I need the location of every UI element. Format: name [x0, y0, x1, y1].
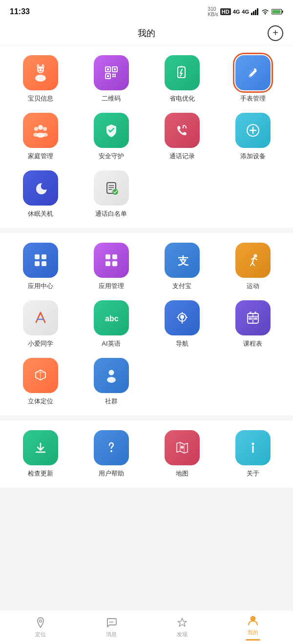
- app-add-device[interactable]: 添加设备: [220, 113, 286, 161]
- app-alipay[interactable]: 支 支付宝: [149, 243, 215, 291]
- icon-check-update: [23, 430, 58, 465]
- icon-qrcode: [94, 55, 129, 90]
- svg-rect-48: [105, 254, 110, 259]
- network-speed: 310KB/s: [208, 6, 218, 17]
- svg-point-77: [110, 622, 111, 623]
- app-check-update[interactable]: 检查更新: [7, 430, 73, 478]
- app-community[interactable]: 社群: [78, 358, 144, 406]
- nav-message[interactable]: 消息: [76, 616, 146, 638]
- svg-point-10: [38, 69, 40, 70]
- section-2: 应用中心 应用管理: [0, 233, 293, 415]
- app-ai-english[interactable]: abc AI英语: [78, 300, 144, 348]
- label-add-device: 添加设备: [240, 152, 266, 161]
- app-xiaoi[interactable]: 小爱同学: [7, 300, 73, 348]
- status-icons: 310KB/s HD 4G 4G: [208, 6, 283, 17]
- section-1: 宝贝信息: [0, 45, 293, 228]
- svg-text:abc: abc: [105, 314, 119, 323]
- svg-point-29: [38, 125, 43, 130]
- app-schedule[interactable]: 课程表: [220, 300, 286, 348]
- icon-about: [235, 430, 271, 465]
- icon-schedule: [235, 300, 271, 335]
- status-bar: 11:33 310KB/s HD 4G 4G: [0, 0, 293, 21]
- svg-point-75: [39, 620, 42, 623]
- app-call-record[interactable]: 通话记录: [149, 113, 215, 161]
- label-alipay: 支付宝: [172, 282, 191, 291]
- nav-location-label: 定位: [35, 631, 46, 638]
- nav-mine-indicator: [246, 639, 260, 641]
- label-xiaoi: 小爱同学: [28, 339, 53, 348]
- app-navigation[interactable]: 导航: [149, 300, 215, 348]
- svg-rect-27: [180, 66, 183, 67]
- label-baby-info: 宝贝信息: [28, 94, 53, 103]
- svg-rect-2: [255, 10, 256, 15]
- page-title: 我的: [138, 27, 155, 39]
- svg-point-62: [180, 315, 184, 319]
- svg-rect-23: [114, 74, 116, 75]
- app-map[interactable]: 地图: [149, 430, 215, 478]
- label-call-record: 通话记录: [169, 152, 195, 161]
- svg-rect-0: [251, 13, 252, 15]
- svg-rect-19: [107, 68, 109, 70]
- signal-icon: [251, 8, 259, 15]
- app-about[interactable]: 关于: [220, 430, 286, 478]
- svg-point-71: [107, 377, 116, 383]
- app-app-store[interactable]: 应用中心: [7, 243, 73, 291]
- icon-navigation: [165, 300, 200, 335]
- app-grid-3: 检查更新 用户帮助: [7, 430, 286, 478]
- icon-sleep-off: [23, 170, 58, 206]
- svg-rect-22: [112, 74, 114, 75]
- app-location3d[interactable]: 立体定位: [7, 358, 73, 406]
- app-family-manage[interactable]: 家庭管理: [7, 113, 73, 161]
- svg-rect-50: [105, 261, 110, 266]
- svg-point-82: [253, 618, 254, 619]
- plus-icon: +: [272, 28, 278, 38]
- svg-point-54: [253, 254, 257, 258]
- nav-location[interactable]: 定位: [5, 616, 76, 638]
- nav-discover[interactable]: 发现: [146, 616, 217, 638]
- nav-mine[interactable]: 我的: [217, 614, 288, 641]
- app-watch-manage[interactable]: 手表管理: [220, 55, 286, 103]
- svg-rect-6: [282, 11, 283, 13]
- label-sleep-off: 休眠关机: [28, 209, 53, 218]
- svg-rect-47: [42, 261, 46, 266]
- battery-icon: [272, 8, 283, 15]
- svg-rect-24: [112, 76, 114, 77]
- 4g-icon1: 4G: [233, 9, 240, 15]
- label-ai-english: AI英语: [102, 339, 120, 348]
- icon-alipay: 支: [165, 243, 200, 278]
- app-qrcode[interactable]: 二维码: [78, 55, 144, 103]
- svg-point-11: [41, 69, 42, 70]
- app-sleep-off[interactable]: 休眠关机: [7, 170, 73, 218]
- icon-add-device: [235, 113, 271, 148]
- svg-rect-20: [114, 68, 116, 70]
- icon-ai-english: abc: [94, 300, 129, 335]
- svg-point-4: [265, 13, 266, 15]
- label-navigation: 导航: [176, 339, 188, 348]
- add-button[interactable]: +: [268, 25, 283, 41]
- label-app-manage: 应用管理: [99, 282, 124, 291]
- svg-point-9: [35, 75, 46, 82]
- icon-baby-info: [23, 55, 58, 90]
- app-safe-guard[interactable]: 安全守护: [78, 113, 144, 161]
- page-header: 我的 +: [0, 21, 293, 45]
- nav-mine-icon: [247, 614, 259, 627]
- app-sport[interactable]: 运动: [220, 243, 286, 291]
- svg-point-14: [37, 65, 38, 68]
- nav-location-icon: [34, 616, 47, 629]
- svg-point-76: [109, 622, 110, 623]
- app-baby-info[interactable]: 宝贝信息: [7, 55, 73, 103]
- svg-point-67: [254, 312, 256, 313]
- label-safe-guard: 安全守护: [99, 152, 124, 161]
- app-app-manage[interactable]: 应用管理: [78, 243, 144, 291]
- 4g-icon2: 4G: [242, 9, 249, 15]
- svg-rect-45: [42, 254, 46, 259]
- icon-map: [165, 430, 200, 465]
- icon-watch-manage: [235, 55, 271, 90]
- app-call-whitelist[interactable]: 通话白名单: [78, 170, 144, 218]
- app-user-help[interactable]: 用户帮助: [78, 430, 144, 478]
- label-schedule: 课程表: [243, 339, 262, 348]
- app-battery-save[interactable]: 省电优化: [149, 55, 215, 103]
- wifi-icon: [261, 8, 270, 15]
- icon-community: [94, 358, 129, 393]
- hd-icon: HD: [220, 8, 231, 15]
